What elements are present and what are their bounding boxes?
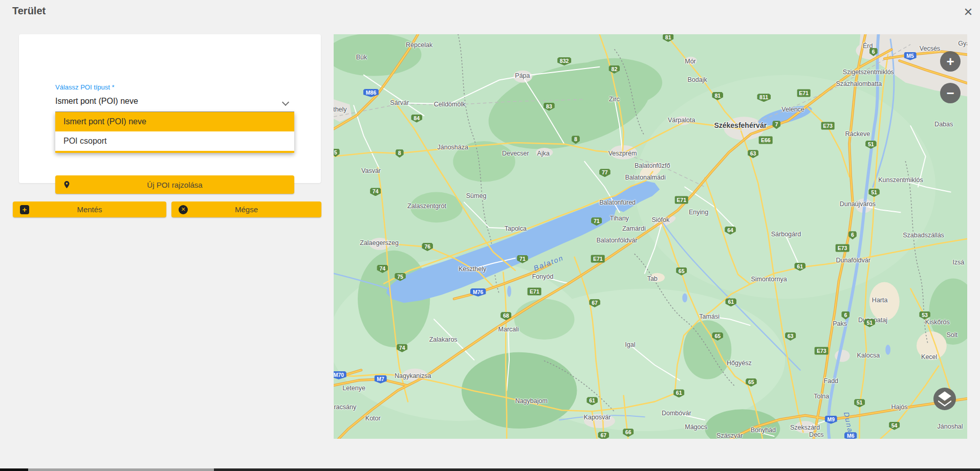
poi-type-select[interactable]: Ismert pont (POI) neve [55, 97, 275, 106]
map-pin-icon [62, 181, 71, 189]
save-button[interactable]: + Mentés [13, 201, 166, 217]
poi-dialog: Terület ✕ Válassz POI típust * Ismert po… [0, 0, 980, 471]
layers-button[interactable] [933, 388, 956, 410]
poi-type-dropdown: Ismert pont (POI) neve POI csoport [55, 112, 294, 153]
scrollbar-thumb[interactable] [28, 468, 214, 471]
dropdown-option-selected[interactable]: Ismert pont (POI) neve [55, 112, 294, 131]
cancel-label: Mégse [235, 205, 258, 214]
scrollbar-track[interactable] [214, 468, 980, 471]
draw-poi-label: Új POI rajzolása [147, 181, 202, 189]
zoom-out-button[interactable]: − [940, 83, 961, 103]
cancel-button[interactable]: ✕ Mégse [171, 201, 321, 217]
zoom-in-button[interactable]: + [940, 51, 961, 72]
cancel-x-icon: ✕ [179, 205, 188, 214]
draw-poi-button[interactable]: Új POI rajzolása [55, 175, 294, 194]
poi-form-card: Válassz POI típust * Ismert pont (POI) n… [19, 34, 321, 183]
save-label: Mentés [77, 205, 102, 214]
close-icon[interactable]: ✕ [960, 4, 976, 20]
plus-icon: + [20, 205, 29, 214]
page-title: Terület [12, 5, 46, 17]
scrollbar-segment[interactable] [0, 468, 28, 471]
poi-type-label: Válassz POI típust * [55, 83, 115, 91]
dropdown-option[interactable]: POI csoport [55, 131, 294, 151]
layers-icon [933, 388, 956, 410]
chevron-down-icon[interactable] [282, 99, 289, 106]
map-artwork [334, 34, 967, 439]
map-canvas[interactable]: RépcelakBükÉrdVecsésGyálMórPápaBodajkSzi… [334, 34, 967, 439]
